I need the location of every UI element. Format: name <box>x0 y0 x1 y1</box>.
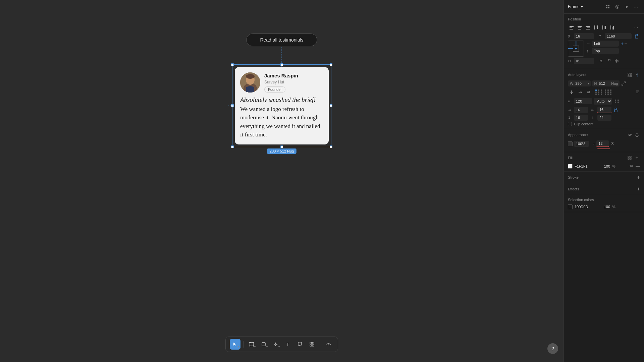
appearance-droplet-button[interactable] <box>634 132 640 138</box>
svg-rect-49 <box>628 75 629 77</box>
width-input[interactable] <box>575 80 586 86</box>
align-distribute-button[interactable] <box>613 58 620 64</box>
stroke-add-button[interactable]: + <box>637 174 640 180</box>
fill-eye-button[interactable] <box>629 164 634 168</box>
sel-opacity-input[interactable] <box>600 205 610 209</box>
auto-layout-label: Auto layout <box>568 73 586 77</box>
handle-top-left[interactable] <box>231 63 234 66</box>
width-dropdown[interactable]: ▾ <box>586 81 591 86</box>
corner-expand-button[interactable] <box>610 141 614 146</box>
x-input[interactable] <box>574 33 594 39</box>
eye-icon <box>628 133 632 136</box>
align-middle-button[interactable] <box>600 24 607 31</box>
shape-tool[interactable]: ▾ <box>258 339 269 350</box>
sel-color-input[interactable] <box>575 205 598 209</box>
pad-right-input[interactable] <box>597 107 611 113</box>
select-tool[interactable]: ▾ <box>230 339 240 350</box>
auto-layout-settings-button[interactable] <box>634 72 640 78</box>
svg-rect-29 <box>578 29 581 29</box>
card-person-info: James Raspin Survey Hut Founder <box>264 72 298 93</box>
more-align-button[interactable]: ··· <box>633 24 640 31</box>
align-center-icon <box>577 25 582 30</box>
handle-bottom-left[interactable] <box>231 145 234 148</box>
frame-dropdown[interactable]: ▾ <box>581 4 583 9</box>
link-pad-button[interactable] <box>613 107 619 113</box>
corner-red-underline <box>597 148 610 149</box>
read-all-button[interactable]: Read all testimonials <box>246 34 317 46</box>
dir-right-icon <box>578 90 583 95</box>
fill-remove-button[interactable]: — <box>636 164 640 169</box>
align-bottom-button[interactable] <box>608 24 615 31</box>
h-add-btn[interactable]: + <box>621 41 624 46</box>
v-constraint-icon: ↕ <box>587 49 591 53</box>
align-left-button[interactable] <box>568 24 575 31</box>
fill-grid-icon <box>628 156 632 160</box>
handle-bottom-right[interactable] <box>330 145 332 148</box>
lock-icon <box>635 34 639 39</box>
scale-button[interactable] <box>621 80 627 86</box>
quote-rest: We wanted a logo refresh to modernise it… <box>240 106 320 138</box>
fill-color-swatch[interactable] <box>568 164 573 169</box>
frame-dropdown-arrow: ▾ <box>254 345 256 348</box>
dir-wrap-button[interactable] <box>585 88 593 96</box>
corner-input[interactable] <box>596 140 609 147</box>
code-tool[interactable]: </> <box>323 339 334 350</box>
handle-top-right[interactable] <box>330 63 332 66</box>
comment-tool[interactable] <box>294 339 305 350</box>
settings-button[interactable] <box>613 3 621 11</box>
spacing-dots-grid <box>605 89 611 95</box>
svg-rect-35 <box>597 25 598 29</box>
flip-h-button[interactable] <box>599 58 605 64</box>
spacing-dot-7 <box>605 94 606 95</box>
align-right-button[interactable] <box>584 24 591 31</box>
component-tool[interactable] <box>307 339 317 350</box>
v-constraint-select[interactable]: Top Bottom Center Scale Top & Bottom <box>592 48 619 54</box>
opacity-input[interactable] <box>574 141 589 147</box>
fill-add-button[interactable]: + <box>634 155 640 161</box>
fill-opacity-input[interactable] <box>600 164 610 168</box>
sel-color-swatch[interactable] <box>568 204 573 209</box>
link-xy-button[interactable] <box>634 33 640 39</box>
gap-input[interactable] <box>574 98 592 104</box>
code-icon: </> <box>326 342 331 346</box>
auto-layout-add-button[interactable] <box>627 72 633 78</box>
more-options-button[interactable]: ··· <box>632 3 640 11</box>
h-constraint-select[interactable]: Left Right Center Scale Left & Right <box>592 41 619 47</box>
dir-down-button[interactable] <box>568 88 575 96</box>
align-middle-icon <box>601 25 606 30</box>
text-tool[interactable]: T <box>282 339 293 350</box>
clip-checkbox[interactable] <box>568 122 572 126</box>
svg-rect-24 <box>570 26 574 27</box>
gap-dot-3 <box>615 102 616 103</box>
gap-mode-select[interactable]: Auto Fixed <box>594 98 612 105</box>
pen-tool[interactable]: ▾ <box>270 339 281 350</box>
appearance-eye-button[interactable] <box>627 132 633 138</box>
selection-colors-section: Selection colors % <box>564 195 644 212</box>
pad-left-input[interactable] <box>574 107 588 113</box>
align-top-button[interactable] <box>592 24 599 31</box>
y-input[interactable] <box>605 33 632 39</box>
effects-add-button[interactable]: + <box>637 186 640 192</box>
selection-color-row: % <box>568 204 640 209</box>
svg-rect-4 <box>250 343 253 346</box>
rotation-input[interactable] <box>574 58 594 64</box>
fill-label: Fill <box>568 156 573 160</box>
al-sort-button[interactable] <box>635 89 640 95</box>
h-minus-btn[interactable]: − <box>624 41 627 46</box>
fill-grid-button[interactable] <box>627 155 633 161</box>
fill-color-input[interactable] <box>575 164 598 168</box>
handle-mid-right[interactable] <box>330 104 332 107</box>
pad-top-input[interactable] <box>574 115 588 121</box>
align-center-button[interactable] <box>576 24 583 31</box>
pad-bottom-input[interactable] <box>597 115 611 121</box>
grid-view-button[interactable] <box>604 3 612 11</box>
handle-bottom-mid[interactable] <box>280 145 283 148</box>
text-icon: T <box>286 342 289 347</box>
present-button[interactable] <box>623 3 631 11</box>
dir-right-button[interactable] <box>577 88 584 96</box>
canvas-content: Read all testimonials <box>131 30 433 332</box>
help-button[interactable]: ? <box>547 343 558 354</box>
frame-tool[interactable]: ▾ <box>246 339 257 350</box>
flip-v-button[interactable] <box>606 58 612 64</box>
height-input[interactable] <box>598 80 610 86</box>
